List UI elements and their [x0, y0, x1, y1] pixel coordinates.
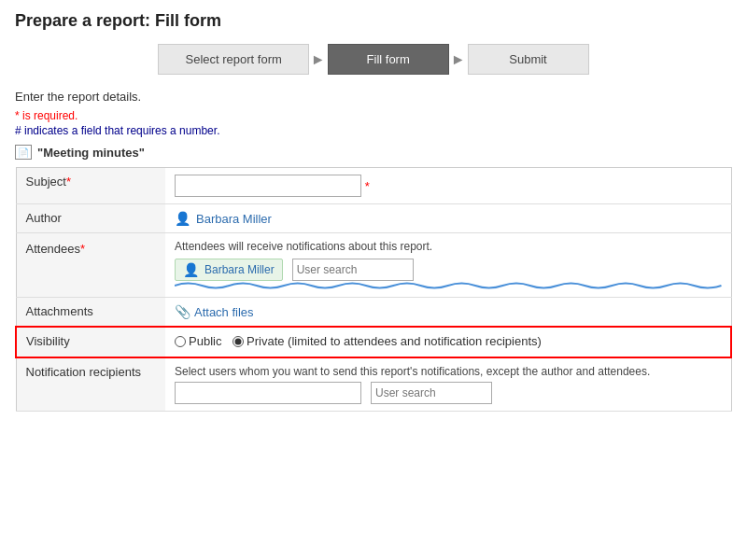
notification-recipients-controls	[175, 382, 722, 404]
attachments-label: Attachments	[16, 298, 165, 328]
meeting-minutes-icon: 📄	[15, 145, 32, 160]
author-row: Author 👤 Barbara Miller	[16, 204, 731, 233]
page-container: Prepare a report: Fill form Select repor…	[0, 0, 747, 423]
private-radio-circle[interactable]	[233, 336, 244, 347]
number-note: # indicates a field that requires a numb…	[15, 124, 732, 137]
arrow-icon-1: ►	[311, 51, 326, 68]
visibility-row: Visibility Public Private (limited to at…	[16, 327, 731, 357]
required-note: * is required.	[15, 109, 732, 122]
attachments-row: Attachments 📎 Attach files	[16, 298, 731, 328]
author-link[interactable]: 👤 Barbara Miller	[175, 211, 722, 226]
attendee-person-icon: 👤	[183, 262, 199, 277]
attendee-tag-barbara: 👤 Barbara Miller	[175, 259, 283, 281]
step-fill-form[interactable]: Fill form	[328, 44, 449, 75]
author-value: 👤 Barbara Miller	[165, 204, 731, 233]
arrow-icon-2: ►	[451, 51, 466, 68]
attachments-value: 📎 Attach files	[165, 298, 731, 328]
attendees-controls: 👤 Barbara Miller	[175, 259, 722, 281]
subject-input[interactable]	[175, 175, 361, 197]
notification-recipients-row: Notification recipients Select users who…	[16, 357, 731, 412]
attendees-value: Attendees will receive notifications abo…	[165, 233, 731, 298]
visibility-public-option[interactable]: Public	[175, 334, 221, 348]
notification-recipients-description: Select users whom you want to send this …	[175, 365, 722, 378]
author-person-icon: 👤	[175, 211, 190, 226]
attendees-row: Attendees* Attendees will receive notifi…	[16, 233, 731, 298]
visibility-label: Visibility	[16, 327, 165, 357]
public-radio-circle[interactable]	[175, 336, 186, 347]
subject-label: Subject*	[16, 168, 165, 204]
report-form: Subject* * Author 👤 Barbara Miller Atten…	[15, 167, 732, 412]
visibility-private-option[interactable]: Private (limited to attendees and notifi…	[233, 334, 542, 348]
subject-row: Subject* *	[16, 168, 731, 204]
subject-required-star: *	[66, 175, 71, 189]
attendees-description: Attendees will receive notifications abo…	[175, 240, 722, 253]
attendees-required-star: *	[80, 242, 85, 256]
page-title: Prepare a report: Fill form	[15, 11, 732, 31]
intro-main: Enter the report details.	[15, 90, 732, 104]
subject-required-indicator: *	[365, 179, 370, 193]
paperclip-icon: 📎	[175, 304, 190, 319]
wavy-divider	[175, 281, 722, 290]
step-submit[interactable]: Submit	[468, 44, 589, 75]
subject-value: *	[165, 168, 731, 204]
notification-recipients-user-search-input[interactable]	[371, 382, 492, 404]
notification-recipients-value: Select users whom you want to send this …	[165, 357, 731, 412]
notification-recipients-input-area[interactable]	[175, 382, 361, 404]
form-section-title: 📄 "Meeting minutes"	[15, 145, 732, 160]
author-label: Author	[16, 204, 165, 233]
attendees-user-search-input[interactable]	[292, 259, 414, 281]
visibility-value: Public Private (limited to attendees and…	[165, 327, 731, 357]
attendees-label: Attendees*	[16, 233, 165, 298]
step-select-form[interactable]: Select report form	[158, 44, 308, 75]
attach-files-link[interactable]: 📎 Attach files	[175, 304, 722, 319]
notification-recipients-label: Notification recipients	[16, 357, 165, 412]
wizard-steps: Select report form ► Fill form ► Submit	[15, 44, 732, 75]
